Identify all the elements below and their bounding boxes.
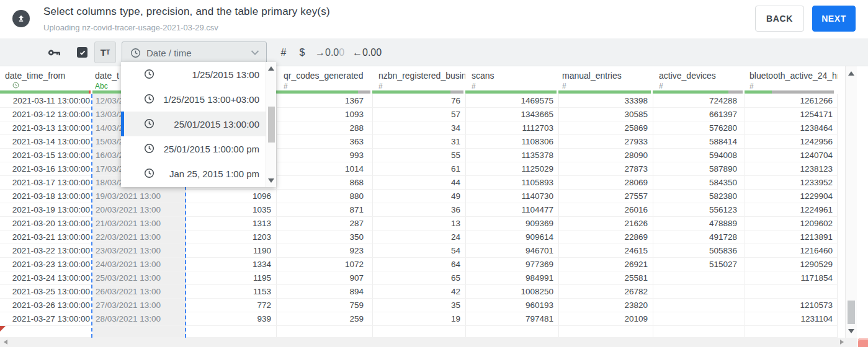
column-header[interactable]: qr_codes_generated#: [284, 66, 372, 90]
cell[interactable]: 259: [276, 312, 372, 325]
cell[interactable]: 25869: [558, 121, 653, 134]
cell[interactable]: 27557: [558, 190, 653, 203]
boolean-type-checkbox[interactable]: [77, 47, 87, 58]
cell[interactable]: 772: [186, 299, 276, 312]
next-button[interactable]: NEXT: [812, 6, 856, 32]
cell[interactable]: 2021-03-12 13:00:00: [0, 108, 92, 121]
cell[interactable]: 2021-03-13 13:00:00: [0, 121, 92, 134]
cell[interactable]: 76: [372, 94, 465, 107]
cell[interactable]: 20109: [558, 312, 653, 325]
cell[interactable]: 1238123: [745, 162, 838, 175]
cell[interactable]: [276, 326, 372, 337]
currency-type-button[interactable]: $: [295, 38, 309, 66]
cell[interactable]: 584350: [653, 176, 745, 189]
cell[interactable]: 1313: [186, 217, 276, 230]
cell[interactable]: 26/03/2021 13:00: [92, 285, 186, 298]
cell[interactable]: 909614: [465, 231, 558, 244]
cell[interactable]: 1210573: [745, 299, 838, 312]
cell[interactable]: 587890: [653, 162, 745, 175]
cell[interactable]: 923: [276, 244, 372, 257]
cell[interactable]: 2021-03-19 13:00:00: [0, 203, 92, 216]
cell[interactable]: [465, 326, 558, 337]
cell[interactable]: 1008250: [465, 285, 558, 298]
cell[interactable]: 515027: [653, 258, 745, 271]
cell[interactable]: 2021-03-14 13:00:00: [0, 135, 92, 148]
back-button[interactable]: BACK: [755, 6, 804, 32]
cell[interactable]: [653, 285, 745, 298]
cell[interactable]: 939: [186, 312, 276, 325]
cell[interactable]: 2021-03-18 13:00:00: [0, 190, 92, 203]
cell[interactable]: 35: [372, 299, 465, 312]
cell[interactable]: 1125029: [465, 162, 558, 175]
dropdown-scroll-up-icon[interactable]: [268, 66, 274, 71]
cell[interactable]: 26782: [558, 285, 653, 298]
format-option-selected[interactable]: 25/01/2015 13:00:00: [121, 112, 276, 136]
cell[interactable]: 1343665: [465, 108, 558, 121]
cell[interactable]: 1231104: [745, 312, 838, 325]
format-option[interactable]: Jan 25, 2015 1:00 pm: [121, 161, 276, 186]
cell[interactable]: 2021-03-11 13:00:00: [0, 94, 92, 107]
cell[interactable]: [186, 326, 276, 337]
cell[interactable]: 1240704: [745, 149, 838, 162]
cell[interactable]: 1203: [186, 231, 276, 244]
cell[interactable]: 491728: [653, 231, 745, 244]
cell[interactable]: 23820: [558, 299, 653, 312]
cell[interactable]: 960193: [465, 299, 558, 312]
cell[interactable]: 49: [372, 190, 465, 203]
column-header[interactable]: scans#: [472, 66, 558, 90]
cell[interactable]: 1261266: [745, 94, 838, 107]
cell[interactable]: 1108306: [465, 135, 558, 148]
cell[interactable]: 2021-03-24 13:00:00: [0, 271, 92, 284]
cell[interactable]: 588414: [653, 135, 745, 148]
cell[interactable]: 2021-03-20 13:00:00: [0, 217, 92, 230]
cell[interactable]: 1367: [276, 94, 372, 107]
cell[interactable]: 28069: [558, 176, 653, 189]
cell[interactable]: [745, 285, 838, 298]
cell[interactable]: 2021-03-15 13:00:00: [0, 149, 92, 162]
cell[interactable]: 2021-03-17 13:00:00: [0, 176, 92, 189]
cell[interactable]: 1242956: [745, 135, 838, 148]
cell[interactable]: 894: [276, 285, 372, 298]
cell[interactable]: 2021-03-27 13:00:00: [0, 312, 92, 325]
dropdown-scrollbar[interactable]: [266, 62, 276, 187]
cell[interactable]: 576280: [653, 121, 745, 134]
cell[interactable]: 871: [276, 203, 372, 216]
cell[interactable]: 478889: [653, 217, 745, 230]
cell[interactable]: 13: [372, 217, 465, 230]
cell[interactable]: 1334: [186, 258, 276, 271]
cell[interactable]: 57: [372, 108, 465, 121]
cell[interactable]: 984991: [465, 271, 558, 284]
vertical-scrollbar-thumb[interactable]: [848, 301, 855, 324]
cell[interactable]: 20/03/2021 13:00: [92, 203, 186, 216]
cell[interactable]: 1072: [276, 258, 372, 271]
cell[interactable]: 64: [372, 258, 465, 271]
cell[interactable]: 1096: [186, 190, 276, 203]
cell[interactable]: 1093: [276, 108, 372, 121]
cell[interactable]: 24: [372, 231, 465, 244]
dropdown-scroll-down-icon[interactable]: [268, 178, 274, 183]
cell[interactable]: 55: [372, 149, 465, 162]
cell[interactable]: [653, 326, 745, 337]
cell[interactable]: 1209602: [745, 217, 838, 230]
cell[interactable]: 27/03/2021 13:00: [92, 299, 186, 312]
column-header[interactable]: manual_entries#: [562, 66, 653, 90]
primary-key-icon[interactable]: [47, 38, 62, 66]
cell[interactable]: 1469575: [465, 94, 558, 107]
cell[interactable]: 907: [276, 271, 372, 284]
cell[interactable]: 54: [372, 244, 465, 257]
cell[interactable]: 1233952: [745, 176, 838, 189]
cell[interactable]: 1035: [186, 203, 276, 216]
cell[interactable]: 21626: [558, 217, 653, 230]
cell[interactable]: 363: [276, 135, 372, 148]
cell[interactable]: 24615: [558, 244, 653, 257]
cell[interactable]: [0, 326, 92, 337]
cell[interactable]: 993: [276, 149, 372, 162]
cell[interactable]: 1105893: [465, 176, 558, 189]
cell[interactable]: 22/03/2021 13:00: [92, 231, 186, 244]
datetime-format-select[interactable]: Date / time: [122, 42, 267, 64]
cell[interactable]: 65: [372, 271, 465, 284]
cell[interactable]: 24/03/2021 13:00: [92, 258, 186, 271]
cell[interactable]: 27933: [558, 135, 653, 148]
cell[interactable]: 759: [276, 299, 372, 312]
cell[interactable]: 31: [372, 135, 465, 148]
